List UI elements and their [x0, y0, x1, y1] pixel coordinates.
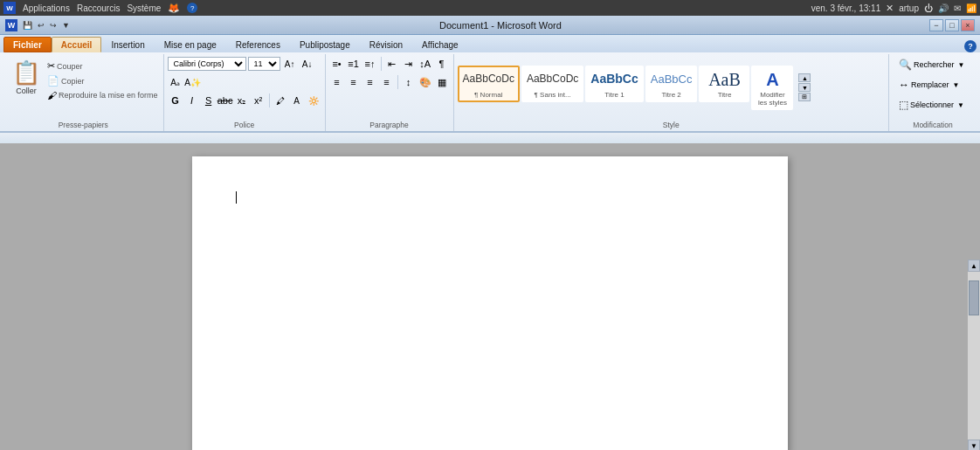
- style-titre2-preview: AaBbCc: [651, 69, 693, 90]
- document-area[interactable]: [0, 143, 980, 450]
- superscript-button[interactable]: x²: [251, 93, 266, 108]
- show-marks-btn[interactable]: ¶: [434, 56, 450, 72]
- tab-revision[interactable]: Révision: [360, 37, 412, 52]
- sort-btn[interactable]: ↕A: [418, 56, 433, 72]
- couper-button[interactable]: ✂ Couper: [45, 59, 160, 73]
- style-scroll-controls: ▲ ▼ ⊞: [798, 73, 811, 101]
- numbered-list-btn[interactable]: ≡1: [346, 56, 362, 72]
- scroll-up-button[interactable]: ▲: [968, 260, 980, 272]
- horizontal-ruler: [0, 133, 980, 143]
- cut-icon: ✂: [47, 60, 55, 72]
- style-titre2-name: Titre 2: [661, 91, 680, 99]
- style-sans-int[interactable]: AaBbCoDc ¶ Sans int...: [521, 66, 583, 102]
- align-center-btn[interactable]: ≡: [346, 74, 362, 90]
- style-label: Style: [454, 121, 888, 129]
- tab-references[interactable]: References: [226, 37, 290, 52]
- tab-insertion[interactable]: Insertion: [101, 37, 154, 52]
- remplacer-dropdown[interactable]: ▼: [953, 81, 960, 89]
- tab-mise-en-page[interactable]: Mise en page: [155, 37, 226, 52]
- help-button[interactable]: ?: [964, 40, 977, 52]
- systeme-menu[interactable]: Système: [127, 3, 161, 13]
- remplacer-button[interactable]: ↔ Remplacer ▼: [893, 76, 965, 93]
- style-titre1-name: Titre 1: [604, 91, 624, 99]
- rechercher-button[interactable]: 🔍 Rechercher ▼: [893, 56, 970, 73]
- scroll-thumb[interactable]: [969, 280, 979, 315]
- power-icon[interactable]: ⏻: [924, 3, 933, 13]
- ribbon-tabs: Fichier Accueil Insertion Mise en page R…: [0, 35, 980, 52]
- separator: [381, 57, 382, 71]
- text-highlight-btn[interactable]: 🔆: [306, 93, 321, 108]
- applications-menu[interactable]: Applications: [23, 3, 70, 13]
- close-button[interactable]: ×: [961, 19, 975, 31]
- style-normal[interactable]: AaBbCoDc ¶ Normal: [458, 66, 520, 102]
- copier-button[interactable]: 📄 Copier: [45, 74, 160, 87]
- network-icon[interactable]: 📶: [966, 3, 977, 13]
- close-session-icon[interactable]: ✕: [886, 3, 894, 14]
- tab-fichier[interactable]: Fichier: [3, 37, 52, 52]
- bullet-list-btn[interactable]: ≡•: [329, 56, 345, 72]
- underline-button[interactable]: S: [201, 93, 217, 108]
- line-spacing-btn[interactable]: ↕: [401, 74, 417, 90]
- style-normal-name: ¶ Normal: [474, 91, 502, 99]
- maximize-button[interactable]: □: [945, 19, 959, 31]
- text-effects-btn[interactable]: A✨: [185, 74, 201, 90]
- selectionner-dropdown[interactable]: ▼: [957, 101, 964, 109]
- align-justify-btn[interactable]: ≡: [379, 74, 395, 90]
- volume-icon[interactable]: 🔊: [938, 3, 949, 13]
- style-scroll-expand[interactable]: ⊞: [798, 93, 811, 101]
- font-color-btn[interactable]: A: [289, 93, 305, 108]
- font-size-select[interactable]: 11: [248, 57, 280, 71]
- coller-button[interactable]: 📋 Coller: [7, 56, 45, 99]
- redo-quick-btn[interactable]: ↪: [48, 20, 59, 31]
- style-titre[interactable]: AaB Titre: [699, 66, 749, 102]
- title-bar-controls: − □ ×: [929, 19, 975, 31]
- style-modifier[interactable]: A Modifier les styles: [751, 66, 793, 110]
- highlight-color-btn[interactable]: 🖍: [273, 93, 288, 108]
- tab-publipostage[interactable]: Publipostage: [290, 37, 360, 52]
- scroll-track[interactable]: [968, 272, 980, 440]
- word-app-icon: W: [3, 2, 16, 14]
- rechercher-dropdown[interactable]: ▼: [958, 61, 965, 69]
- search-icon: 🔍: [899, 59, 912, 71]
- style-titre1[interactable]: AaBbCc Titre 1: [585, 66, 643, 102]
- selectionner-button[interactable]: ⬚ Sélectionner ▼: [893, 96, 970, 114]
- undo-quick-btn[interactable]: ↩: [36, 20, 46, 31]
- italic-button[interactable]: I: [184, 93, 200, 108]
- help-icon[interactable]: ?: [187, 3, 197, 13]
- qa-dropdown-btn[interactable]: ▼: [60, 20, 72, 31]
- bold-button[interactable]: G: [168, 93, 183, 108]
- reproduire-button[interactable]: 🖌 Reproduire la mise en forme: [45, 89, 160, 101]
- minimize-button[interactable]: −: [929, 19, 943, 31]
- clear-format-btn[interactable]: Aₐ: [168, 74, 183, 90]
- shading-btn[interactable]: 🎨: [418, 74, 433, 90]
- decrease-font-btn[interactable]: A↓: [300, 56, 315, 72]
- police-label: Police: [164, 121, 325, 129]
- strikethrough-button[interactable]: abc: [217, 93, 233, 108]
- title-bar-left: W 💾 ↩ ↪ ▼: [5, 19, 72, 31]
- style-titre1-preview: AaBbCc: [590, 69, 638, 90]
- raccourcis-menu[interactable]: Raccourcis: [77, 3, 120, 13]
- style-scroll-up[interactable]: ▲: [798, 73, 811, 82]
- email-icon[interactable]: ✉: [954, 3, 961, 13]
- save-quick-btn[interactable]: 💾: [21, 20, 34, 31]
- increase-indent-btn[interactable]: ⇥: [401, 56, 417, 72]
- style-scroll-down[interactable]: ▼: [798, 83, 811, 92]
- align-right-btn[interactable]: ≡: [362, 74, 378, 90]
- quick-access-toolbar: 💾 ↩ ↪ ▼: [21, 20, 72, 31]
- document-page[interactable]: [192, 156, 788, 450]
- multilevel-list-btn[interactable]: ≡↑: [362, 56, 378, 72]
- decrease-indent-btn[interactable]: ⇤: [384, 56, 400, 72]
- subscript-button[interactable]: x₂: [234, 93, 250, 108]
- scroll-down-button[interactable]: ▼: [968, 440, 980, 450]
- group-modification: 🔍 Rechercher ▼ ↔ Remplacer ▼ ⬚ Sélection…: [889, 54, 977, 131]
- tab-accueil[interactable]: Accueil: [52, 37, 102, 52]
- style-titre-preview: AaB: [708, 69, 741, 90]
- font-name-select[interactable]: Calibri (Corps): [168, 57, 246, 71]
- firefox-icon[interactable]: 🦊: [168, 3, 180, 14]
- increase-font-btn[interactable]: A↑: [282, 56, 298, 72]
- group-paragraphe: ≡• ≡1 ≡↑ ⇤ ⇥ ↕A ¶ ≡ ≡ ≡ ≡ ↕ 🎨: [326, 54, 454, 131]
- style-titre2[interactable]: AaBbCc Titre 2: [645, 66, 698, 102]
- border-btn[interactable]: ▦: [434, 74, 450, 90]
- tab-affichage[interactable]: Affichage: [412, 37, 468, 52]
- align-left-btn[interactable]: ≡: [329, 74, 345, 90]
